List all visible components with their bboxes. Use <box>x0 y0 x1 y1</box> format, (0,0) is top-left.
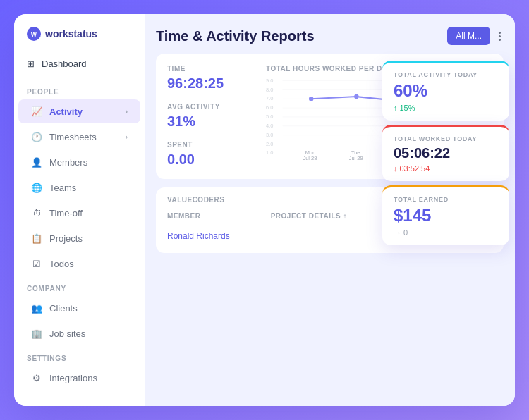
sidebar-item-job-sites[interactable]: 🏢 Job sites <box>18 321 140 345</box>
activity-chevron: › <box>126 108 128 116</box>
sidebar-item-time-off[interactable]: ⏱ Time-off <box>18 201 140 225</box>
card-earned: TOTAL EARNED $145 → 0 <box>382 185 509 245</box>
card-earned-value: $145 <box>394 206 498 226</box>
teams-label: Teams <box>49 183 76 193</box>
card-worked-today: TOTAL WORKED TODAY 05:06:22 ↓ 03:52:54 <box>382 125 509 181</box>
clients-label: Clients <box>49 303 78 314</box>
card-worked-sub-value: 03:52:54 <box>400 164 430 173</box>
card-activity-label: TOTAL ACTIVITY TODAY <box>394 71 498 78</box>
todos-icon: ☑ <box>31 258 42 269</box>
sidebar-item-members[interactable]: 👤 Members <box>18 150 140 174</box>
card-earned-sub-value: 0 <box>403 228 408 237</box>
all-members-button[interactable]: All M... <box>447 27 490 45</box>
card-activity-sub-value: 15% <box>400 104 415 112</box>
time-off-label: Time-off <box>49 208 83 218</box>
down-arrow-icon: ↓ <box>394 164 398 173</box>
svg-text:2.0: 2.0 <box>266 141 273 147</box>
more-options-icon[interactable] <box>496 29 504 44</box>
page-header: Time & Activity Reports All M... <box>156 27 504 45</box>
stat-spent-value: 0.00 <box>167 152 259 168</box>
timesheets-chevron: › <box>126 133 128 141</box>
header-right: All M... <box>447 27 504 45</box>
card-worked-value: 05:06:22 <box>394 145 498 161</box>
todos-label: Todos <box>49 259 74 269</box>
stats-col: TIME 96:28:25 AVG ACTIVITY 31% SPENT 0.0… <box>167 65 259 168</box>
dashboard-label: Dashboard <box>42 58 87 69</box>
card-earned-sub: → 0 <box>394 228 498 237</box>
clients-icon: 👥 <box>31 302 42 314</box>
stat-avg-value: 31% <box>167 113 259 130</box>
activity-label: Activity <box>49 106 83 117</box>
up-arrow-icon: ↑ <box>394 104 398 112</box>
card-activity-value: 60% <box>394 81 498 101</box>
projects-icon: 📋 <box>31 233 42 244</box>
arrow-right-icon: → <box>394 228 401 237</box>
card-activity-sub: ↑ 15% <box>394 104 498 112</box>
svg-text:Jul 28: Jul 28 <box>303 155 317 160</box>
sidebar-item-integrations[interactable]: ⚙ Integrations <box>18 366 140 390</box>
members-label: Members <box>49 157 87 168</box>
svg-text:8.0: 8.0 <box>266 87 273 93</box>
sidebar-logo: w workstatus <box>14 27 145 52</box>
logo-icon: w <box>27 27 41 41</box>
col-project-label: PROJECT DETAILS ↑ <box>271 212 347 220</box>
svg-text:5.0: 5.0 <box>266 113 273 120</box>
svg-text:7.0: 7.0 <box>266 95 273 101</box>
timesheets-icon: 🕐 <box>31 131 42 142</box>
svg-point-17 <box>309 97 313 101</box>
svg-point-18 <box>354 94 358 99</box>
sidebar-item-dashboard[interactable]: ⊞ Dashboard <box>14 52 145 75</box>
activity-icon: 📈 <box>31 106 42 117</box>
svg-text:6.0: 6.0 <box>266 104 273 111</box>
stat-avg-label: AVG ACTIVITY <box>167 103 259 111</box>
svg-text:9.0: 9.0 <box>266 78 273 84</box>
timesheets-label: Timesheets <box>49 132 97 142</box>
time-off-icon: ⏱ <box>31 207 42 218</box>
card-earned-label: TOTAL EARNED <box>394 196 498 203</box>
stat-time-label: TIME <box>167 65 259 73</box>
integrations-label: Integrations <box>49 373 97 383</box>
member-name[interactable]: Ronald Richards <box>167 231 271 241</box>
teams-icon: 🌐 <box>31 182 42 193</box>
job-sites-icon: 🏢 <box>31 328 42 339</box>
section-label-settings: SETTINGS <box>14 346 145 365</box>
stats-chart-section: TIME 96:28:25 AVG ACTIVITY 31% SPENT 0.0… <box>156 54 504 179</box>
sidebar-item-teams[interactable]: 🌐 Teams <box>18 175 140 199</box>
sidebar-item-activity[interactable]: 📈 Activity › <box>18 99 140 123</box>
dashboard-icon: ⊞ <box>27 58 35 69</box>
page-title: Time & Activity Reports <box>156 28 315 44</box>
sidebar: w workstatus ⊞ Dashboard PEOPLE 📈 Activi… <box>14 14 145 406</box>
section-label-people: PEOPLE <box>14 80 145 99</box>
stat-avg-activity: AVG ACTIVITY 31% <box>167 103 259 130</box>
svg-text:4.0: 4.0 <box>266 123 273 129</box>
stat-spent: SPENT 0.00 <box>167 141 259 168</box>
col-header-project: PROJECT DETAILS ↑ <box>271 212 389 220</box>
svg-text:1.0: 1.0 <box>266 149 273 156</box>
sidebar-item-projects[interactable]: 📋 Projects <box>18 226 140 250</box>
sidebar-item-clients[interactable]: 👥 Clients <box>18 296 140 320</box>
sidebar-item-timesheets[interactable]: 🕐 Timesheets › <box>18 125 140 149</box>
stat-time: TIME 96:28:25 <box>167 65 259 92</box>
stat-time-value: 96:28:25 <box>167 75 259 92</box>
section-label-company: COMPANY <box>14 276 145 295</box>
app-container: w workstatus ⊞ Dashboard PEOPLE 📈 Activi… <box>14 14 515 406</box>
floating-cards: TOTAL ACTIVITY TODAY 60% ↑ 15% TOTAL WOR… <box>382 61 509 245</box>
integrations-icon: ⚙ <box>31 372 42 383</box>
logo-label: workstatus <box>45 28 97 39</box>
card-worked-label: TOTAL WORKED TODAY <box>394 135 498 142</box>
members-icon: 👤 <box>31 156 42 168</box>
col-header-member: MEMBER <box>167 212 271 220</box>
svg-text:3.0: 3.0 <box>266 132 273 138</box>
projects-label: Projects <box>49 233 83 244</box>
card-activity-today: TOTAL ACTIVITY TODAY 60% ↑ 15% <box>382 61 509 121</box>
main-content: Time & Activity Reports All M... TIME 96… <box>145 14 515 406</box>
stat-spent-label: SPENT <box>167 141 259 149</box>
card-worked-sub: ↓ 03:52:54 <box>394 164 498 173</box>
job-sites-label: Job sites <box>49 328 85 339</box>
svg-text:Jul 29: Jul 29 <box>349 155 363 160</box>
sidebar-item-todos[interactable]: ☑ Todos <box>18 252 140 276</box>
